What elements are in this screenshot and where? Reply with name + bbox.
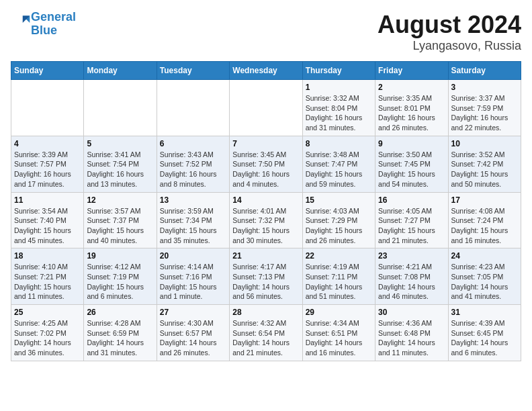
calendar-cell: 15Sunrise: 4:03 AM Sunset: 7:29 PM Dayli… <box>302 192 375 248</box>
logo: General Blue <box>11 11 76 38</box>
calendar-cell: 29Sunrise: 4:34 AM Sunset: 6:51 PM Dayli… <box>302 305 375 361</box>
weekday-header-friday: Friday <box>375 62 448 80</box>
logo-blue: Blue <box>31 24 57 37</box>
logo-text: General Blue <box>31 11 76 38</box>
day-info: Sunrise: 4:19 AM Sunset: 7:11 PM Dayligh… <box>306 262 372 302</box>
day-info: Sunrise: 3:35 AM Sunset: 8:01 PM Dayligh… <box>378 93 445 133</box>
calendar-cell <box>157 80 229 136</box>
day-number: 20 <box>160 251 226 261</box>
day-number: 3 <box>451 83 518 92</box>
calendar-cell: 10Sunrise: 3:52 AM Sunset: 7:42 PM Dayli… <box>448 136 521 192</box>
calendar-cell: 7Sunrise: 3:45 AM Sunset: 7:50 PM Daylig… <box>230 136 302 192</box>
day-number: 9 <box>378 139 445 148</box>
calendar-cell: 17Sunrise: 4:08 AM Sunset: 7:24 PM Dayli… <box>448 192 521 248</box>
day-info: Sunrise: 4:08 AM Sunset: 7:24 PM Dayligh… <box>451 206 518 246</box>
calendar-cell: 31Sunrise: 4:39 AM Sunset: 6:45 PM Dayli… <box>448 305 521 361</box>
day-info: Sunrise: 3:41 AM Sunset: 7:54 PM Dayligh… <box>87 150 153 189</box>
day-number: 10 <box>451 139 518 148</box>
weekday-header-monday: Monday <box>84 62 157 80</box>
calendar-cell: 23Sunrise: 4:21 AM Sunset: 7:08 PM Dayli… <box>375 248 448 305</box>
day-number: 12 <box>87 195 153 205</box>
day-number: 19 <box>87 251 153 261</box>
day-info: Sunrise: 3:48 AM Sunset: 7:47 PM Dayligh… <box>306 150 372 189</box>
day-info: Sunrise: 4:36 AM Sunset: 6:48 PM Dayligh… <box>378 318 445 358</box>
day-number: 25 <box>14 308 81 317</box>
day-number: 11 <box>14 195 81 205</box>
day-info: Sunrise: 4:34 AM Sunset: 6:51 PM Dayligh… <box>306 318 372 358</box>
day-number: 8 <box>306 139 372 148</box>
day-number: 22 <box>306 251 372 261</box>
weekday-header-row: SundayMondayTuesdayWednesdayThursdayFrid… <box>11 62 521 80</box>
day-number: 1 <box>306 83 372 92</box>
day-info: Sunrise: 4:01 AM Sunset: 7:32 PM Dayligh… <box>232 206 299 246</box>
calendar-week-5: 25Sunrise: 4:25 AM Sunset: 7:02 PM Dayli… <box>11 305 521 361</box>
calendar-week-3: 11Sunrise: 3:54 AM Sunset: 7:40 PM Dayli… <box>11 192 521 248</box>
calendar-cell: 4Sunrise: 3:39 AM Sunset: 7:57 PM Daylig… <box>11 136 84 192</box>
day-number: 23 <box>378 251 445 261</box>
day-info: Sunrise: 4:30 AM Sunset: 6:57 PM Dayligh… <box>160 318 226 358</box>
day-info: Sunrise: 3:54 AM Sunset: 7:40 PM Dayligh… <box>14 206 81 246</box>
calendar-cell: 22Sunrise: 4:19 AM Sunset: 7:11 PM Dayli… <box>302 248 375 305</box>
day-number: 16 <box>378 195 445 205</box>
calendar-cell: 11Sunrise: 3:54 AM Sunset: 7:40 PM Dayli… <box>11 192 84 248</box>
day-info: Sunrise: 4:10 AM Sunset: 7:21 PM Dayligh… <box>14 262 81 302</box>
calendar-cell: 25Sunrise: 4:25 AM Sunset: 7:02 PM Dayli… <box>11 305 84 361</box>
day-info: Sunrise: 4:23 AM Sunset: 7:05 PM Dayligh… <box>451 262 518 302</box>
day-info: Sunrise: 4:14 AM Sunset: 7:16 PM Dayligh… <box>160 262 226 302</box>
day-number: 6 <box>160 139 226 148</box>
calendar-week-2: 4Sunrise: 3:39 AM Sunset: 7:57 PM Daylig… <box>11 136 521 192</box>
calendar-cell: 20Sunrise: 4:14 AM Sunset: 7:16 PM Dayli… <box>157 248 229 305</box>
day-number: 29 <box>306 308 372 317</box>
calendar-cell: 19Sunrise: 4:12 AM Sunset: 7:19 PM Dayli… <box>84 248 157 305</box>
day-info: Sunrise: 3:39 AM Sunset: 7:57 PM Dayligh… <box>14 150 81 189</box>
calendar-week-1: 1Sunrise: 3:32 AM Sunset: 8:04 PM Daylig… <box>11 80 521 136</box>
calendar-cell: 13Sunrise: 3:59 AM Sunset: 7:34 PM Dayli… <box>157 192 229 248</box>
day-number: 4 <box>14 139 81 148</box>
logo-icon <box>12 13 31 32</box>
day-info: Sunrise: 4:03 AM Sunset: 7:29 PM Dayligh… <box>306 206 372 246</box>
day-info: Sunrise: 4:12 AM Sunset: 7:19 PM Dayligh… <box>87 262 153 302</box>
calendar-header: SundayMondayTuesdayWednesdayThursdayFrid… <box>11 62 521 80</box>
calendar-cell: 3Sunrise: 3:37 AM Sunset: 7:59 PM Daylig… <box>448 80 521 136</box>
calendar-subtitle: Lyangasovo, Russia <box>378 39 521 53</box>
calendar-cell: 18Sunrise: 4:10 AM Sunset: 7:21 PM Dayli… <box>11 248 84 305</box>
day-info: Sunrise: 3:43 AM Sunset: 7:52 PM Dayligh… <box>160 150 226 189</box>
day-number: 5 <box>87 139 153 148</box>
logo-general: General <box>31 10 76 24</box>
weekday-header-tuesday: Tuesday <box>157 62 229 80</box>
day-number: 31 <box>451 308 518 317</box>
calendar-title: August 2024 <box>378 11 521 39</box>
day-info: Sunrise: 3:32 AM Sunset: 8:04 PM Dayligh… <box>306 93 372 133</box>
calendar-cell: 30Sunrise: 4:36 AM Sunset: 6:48 PM Dayli… <box>375 305 448 361</box>
calendar-cell: 14Sunrise: 4:01 AM Sunset: 7:32 PM Dayli… <box>230 192 302 248</box>
calendar-cell: 9Sunrise: 3:50 AM Sunset: 7:45 PM Daylig… <box>375 136 448 192</box>
calendar-cell: 24Sunrise: 4:23 AM Sunset: 7:05 PM Dayli… <box>448 248 521 305</box>
day-info: Sunrise: 4:25 AM Sunset: 7:02 PM Dayligh… <box>14 318 81 358</box>
calendar-cell: 16Sunrise: 4:05 AM Sunset: 7:27 PM Dayli… <box>375 192 448 248</box>
day-number: 26 <box>87 308 153 317</box>
day-number: 14 <box>232 195 299 205</box>
day-number: 27 <box>160 308 226 317</box>
day-info: Sunrise: 4:32 AM Sunset: 6:54 PM Dayligh… <box>232 318 299 358</box>
day-info: Sunrise: 3:45 AM Sunset: 7:50 PM Dayligh… <box>232 150 299 189</box>
day-info: Sunrise: 3:52 AM Sunset: 7:42 PM Dayligh… <box>451 150 518 189</box>
calendar-cell: 8Sunrise: 3:48 AM Sunset: 7:47 PM Daylig… <box>302 136 375 192</box>
weekday-header-sunday: Sunday <box>11 62 84 80</box>
calendar-title-block: August 2024 Lyangasovo, Russia <box>378 11 521 53</box>
day-number: 13 <box>160 195 226 205</box>
day-number: 28 <box>232 308 299 317</box>
calendar-cell <box>11 80 84 136</box>
day-info: Sunrise: 4:39 AM Sunset: 6:45 PM Dayligh… <box>451 318 518 358</box>
calendar-cell: 26Sunrise: 4:28 AM Sunset: 6:59 PM Dayli… <box>84 305 157 361</box>
day-info: Sunrise: 3:57 AM Sunset: 7:37 PM Dayligh… <box>87 206 153 246</box>
weekday-header-wednesday: Wednesday <box>230 62 302 80</box>
day-number: 21 <box>232 251 299 261</box>
calendar-cell <box>84 80 157 136</box>
weekday-header-saturday: Saturday <box>448 62 521 80</box>
day-number: 17 <box>451 195 518 205</box>
calendar-cell: 6Sunrise: 3:43 AM Sunset: 7:52 PM Daylig… <box>157 136 229 192</box>
calendar-week-4: 18Sunrise: 4:10 AM Sunset: 7:21 PM Dayli… <box>11 248 521 305</box>
day-number: 15 <box>306 195 372 205</box>
day-number: 18 <box>14 251 81 261</box>
calendar-cell: 28Sunrise: 4:32 AM Sunset: 6:54 PM Dayli… <box>230 305 302 361</box>
